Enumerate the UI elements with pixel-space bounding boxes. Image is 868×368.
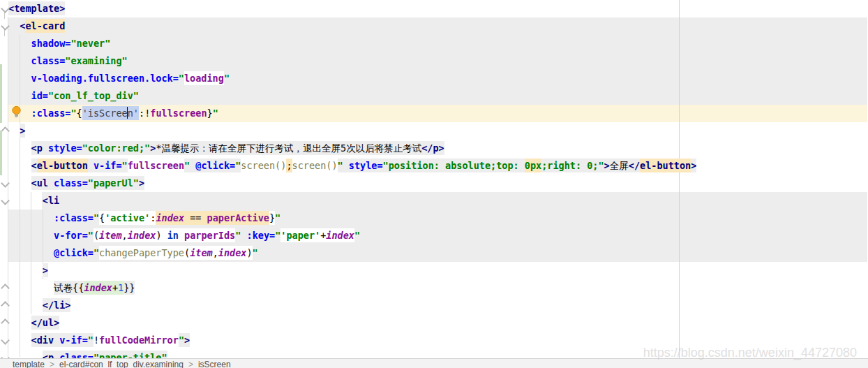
code-token: 0px [525, 159, 541, 172]
code-token [8, 300, 43, 311]
code-line[interactable]: <el-button v-if="fullscreen" @click="scr… [8, 157, 696, 175]
code-line[interactable]: > [8, 122, 25, 140]
code-token: { [77, 108, 82, 119]
fragment-band-li-head [42, 192, 867, 209]
fold-end-icon[interactable] [1, 126, 10, 135]
code-token: ) [246, 246, 252, 260]
code-line[interactable]: id="con_lf_top_div" [8, 87, 139, 105]
code-token: class= [54, 176, 88, 190]
code-token: " [179, 73, 184, 84]
code-token: @click= [195, 159, 235, 172]
code-line[interactable]: v-for="(item,index) in parperIds" :key="… [8, 227, 360, 244]
code-token: </ul> [31, 316, 60, 330]
code-token: " [122, 159, 128, 172]
fold-collapse-icon[interactable] [1, 179, 10, 188]
code-token: v-if= [93, 159, 122, 172]
code-token: "position: absolute;top: [383, 159, 525, 172]
code-token: , [122, 228, 128, 242]
code-token: style= [48, 141, 82, 155]
code-token: *温馨提示：请在全屏下进行考试，退出全屏5次以后将禁止考试 [156, 141, 421, 155]
code-line[interactable]: <li [8, 192, 59, 209]
code-token: > [43, 263, 48, 277]
code-token: shadow= [31, 38, 71, 49]
code-token: }} [124, 281, 135, 295]
fold-collapse-icon[interactable] [1, 196, 10, 205]
code-line[interactable]: <template> [8, 0, 65, 17]
code-token: <template> [8, 1, 65, 15]
code-token [8, 195, 43, 206]
ide-editor: <template> <el-card shadow="never" class… [0, 0, 868, 368]
code-token: 全屏 [610, 159, 629, 172]
code-line[interactable]: > [8, 262, 48, 279]
code-line[interactable]: <ul class="paperUl"> [8, 175, 144, 192]
fold-end-icon[interactable] [1, 284, 10, 293]
code-token: el-button [37, 159, 88, 172]
intention-bulb-icon[interactable] [11, 105, 22, 120]
code-line[interactable]: <p style="color:red;">*温馨提示：请在全屏下进行考试，退出… [8, 140, 444, 157]
code-token: } [207, 108, 213, 119]
breadcrumb-item[interactable]: isScreen [198, 360, 231, 368]
code-token: ( [184, 246, 190, 260]
code-line[interactable]: <div v-if="!fullCodeMirror"> [8, 332, 190, 349]
vcs-change-bar [0, 131, 2, 175]
code-token: parperIds [184, 228, 235, 242]
code-token [8, 212, 54, 223]
code-token [8, 317, 31, 328]
code-line[interactable]: shadow="never" [8, 35, 110, 52]
code-token [8, 20, 20, 31]
code-token: n' [128, 106, 139, 120]
fold-end-icon[interactable] [1, 318, 10, 327]
code-token [8, 90, 31, 101]
code-token: "examining" [65, 55, 127, 66]
code-line[interactable]: v-loading.fullscreen.lock="loading" [8, 70, 230, 87]
code-line[interactable]: 试卷{{index+1}} [8, 279, 135, 297]
fold-collapse-icon[interactable] [1, 22, 10, 31]
code-token: <div [31, 333, 60, 347]
fold-collapse-icon[interactable] [1, 336, 10, 345]
code-token: class= [31, 55, 66, 66]
breadcrumb-item[interactable]: template [13, 360, 45, 368]
code-token: <ul [31, 176, 54, 190]
code-token: " [93, 247, 99, 258]
code-token [8, 125, 20, 136]
code-token: " [179, 333, 184, 347]
breadcrumb-item[interactable]: el-card#con_lf_top_div.examining [59, 360, 184, 368]
code-token: ; [286, 159, 292, 172]
code-token: el-button [640, 159, 691, 172]
code-token [8, 334, 31, 346]
code-token: :class= [31, 108, 71, 119]
code-line[interactable]: </ul> [8, 314, 59, 332]
code-line[interactable]: </li> [8, 297, 70, 314]
code-token: screen() [241, 159, 286, 172]
code-token: el-card [25, 19, 65, 33]
code-token: , [213, 246, 218, 260]
code-token [8, 177, 31, 189]
code-token: " [88, 230, 93, 241]
code-token [88, 159, 93, 172]
code-token: 试卷 [54, 281, 73, 295]
code-token: changePaperType [99, 246, 184, 260]
code-token: 'isScree [82, 106, 128, 120]
code-token: in [167, 228, 179, 242]
code-token: " [184, 159, 190, 172]
code-line[interactable]: @click="changePaperType(item,index)" [8, 244, 258, 262]
code-token: ( [93, 228, 99, 242]
code-token: index [156, 211, 184, 225]
fold-collapse-icon[interactable] [1, 4, 10, 13]
code-token [8, 55, 31, 66]
code-token: > [604, 159, 610, 172]
code-token: </li> [43, 298, 71, 312]
code-token: id= [31, 90, 48, 101]
fold-end-icon[interactable] [1, 301, 10, 310]
code-line[interactable]: <el-card [8, 17, 65, 35]
code-token: " [213, 108, 218, 119]
code-line[interactable]: :class="{'isScreen':!fullscreen}" [8, 105, 218, 122]
code-line[interactable]: :class="{'active':index == paperActive}" [8, 209, 280, 227]
code-token: <li [43, 195, 59, 206]
code-line[interactable]: class="examining" [8, 52, 128, 70]
code-token [179, 228, 184, 242]
code-token: == [184, 211, 207, 225]
code-token [343, 159, 349, 172]
code-token: 'active' [105, 211, 150, 225]
code-token: @click= [54, 247, 93, 258]
